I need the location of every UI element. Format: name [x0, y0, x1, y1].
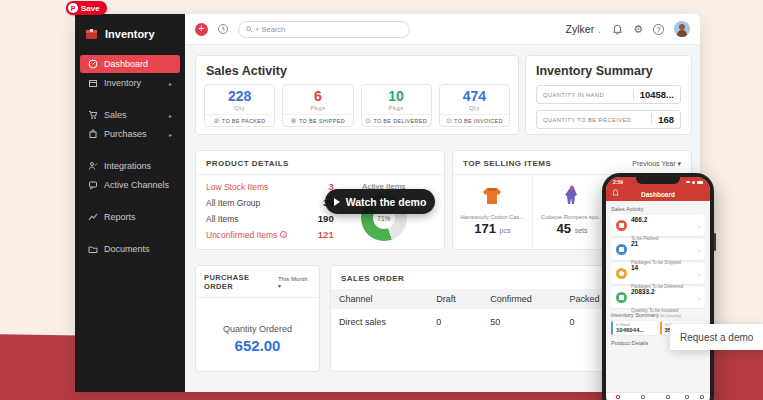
- org-selector[interactable]: Zylker ⌄: [566, 23, 603, 35]
- sidebar-item-integrations[interactable]: Integrations: [80, 157, 180, 175]
- quantity-in-hand-row[interactable]: QUANTITY IN HAND 10458...: [536, 85, 681, 104]
- sales-orders-tab-icon: [641, 395, 645, 399]
- inventory-summary-title: Inventory Summary: [536, 64, 681, 78]
- metric-label: TO BE INVOICED: [454, 118, 503, 124]
- summary-unit: (In Quantity): [660, 314, 681, 318]
- sidebar-item-reports[interactable]: Reports: [80, 208, 180, 226]
- more-tab-icon: [700, 395, 704, 399]
- phone-tab-items[interactable]: Items: [683, 395, 691, 400]
- search-placeholder: Search: [262, 25, 286, 34]
- phone-tab-packages[interactable]: Packages: [661, 395, 675, 400]
- unconfirmed-items-row[interactable]: Unconfirmed Items i 121: [206, 229, 334, 240]
- item-unit: sets: [575, 227, 588, 234]
- sidebar-item-active-channels[interactable]: Active Channels: [80, 176, 180, 194]
- sweater-image: [479, 183, 505, 209]
- card-value: 466.2: [631, 216, 647, 223]
- help-icon[interactable]: ?: [653, 24, 664, 35]
- to-be-shipped-card[interactable]: 6 Pkgs ⊗TO BE SHIPPED: [282, 84, 353, 127]
- watch-demo-button[interactable]: Watch the demo: [325, 189, 435, 214]
- search-scope-caret-icon[interactable]: ▾: [256, 26, 259, 32]
- user-avatar[interactable]: [674, 21, 690, 37]
- item-qty: 45: [557, 221, 571, 236]
- metric-value: 228: [205, 88, 274, 104]
- item-unit: pcs: [500, 227, 511, 234]
- sidebar-item-sales[interactable]: Sales ▸: [80, 106, 180, 124]
- purchase-order-panel: PURCHASE ORDER This Month ▾ Quantity Ord…: [195, 265, 320, 372]
- phone-card-to-be-invoiced[interactable]: 20833.2 Quantity To be Invoiced ›: [611, 287, 705, 308]
- quantity-to-be-received-row[interactable]: QUANTITY TO BE RECEIVED 168: [536, 110, 681, 129]
- phone-in-hand-card[interactable]: In Hand 1046044...: [611, 321, 657, 335]
- app-title: Inventory: [105, 28, 155, 40]
- phone-body: Sales Activity 466.2 To be Packed › 21 P…: [606, 201, 710, 392]
- chevron-down-icon: ⌄: [597, 28, 602, 34]
- shipped-status-icon: ⊗: [291, 117, 297, 124]
- sidebar-item-purchases[interactable]: Purchases ▸: [80, 125, 180, 143]
- recent-history-icon[interactable]: [217, 23, 229, 35]
- phone-notch: [636, 177, 680, 184]
- row-value: 190: [318, 213, 334, 224]
- sidebar-item-label: Sales: [104, 110, 127, 120]
- search-input[interactable]: ▾ Search: [238, 21, 410, 38]
- phone-tab-dashboard[interactable]: Dashboard: [610, 395, 626, 400]
- row-label: QUANTITY IN HAND: [537, 92, 633, 98]
- row-label: All Item Group: [206, 198, 260, 208]
- row-label: Unconfirmed Items: [206, 230, 277, 240]
- bag-icon: [88, 129, 98, 139]
- sidebar-item-inventory[interactable]: Inventory ▸: [80, 74, 180, 92]
- to-be-invoiced-card[interactable]: 474 Qty ⊙TO BE INVOICED: [439, 84, 510, 127]
- submenu-arrow-icon: ▸: [169, 80, 172, 87]
- item-name: Cutiepie Rompers-spo...: [533, 214, 612, 220]
- chevron-right-icon: ›: [698, 223, 700, 229]
- low-stock-items-row[interactable]: Low Stock Items 3: [206, 181, 334, 192]
- settings-gear-icon[interactable]: ⚙: [633, 24, 643, 35]
- phone-tab-sales-orders[interactable]: Sales Orders: [634, 395, 653, 400]
- phone-bell-icon[interactable]: [612, 189, 619, 197]
- period-dropdown[interactable]: Previous Year ▾: [632, 160, 681, 168]
- search-icon: [246, 26, 253, 33]
- phone-time: 2:59: [613, 179, 623, 185]
- quick-create-button[interactable]: +: [195, 23, 208, 36]
- row-value: 168: [651, 114, 680, 125]
- row-label: All Items: [206, 214, 239, 224]
- metric-unit: Pkgs: [362, 105, 431, 111]
- metric-value: 10: [362, 88, 431, 104]
- top-selling-item[interactable]: Hanswooly Cotton Cas... 171 pcs: [453, 175, 533, 246]
- period-value: This Month: [278, 276, 308, 282]
- pinterest-icon: P: [68, 3, 78, 13]
- sidebar-item-dashboard[interactable]: Dashboard: [80, 55, 180, 73]
- app-logo-row[interactable]: Inventory: [75, 22, 185, 54]
- sidebar-item-label: Reports: [104, 212, 136, 222]
- org-name: Zylker: [566, 23, 595, 35]
- to-be-delivered-card[interactable]: 10 Pkgs ⊙TO BE DELIVERED: [361, 84, 432, 127]
- chevron-right-icon: ›: [698, 247, 700, 253]
- packed-status-icon: ⊘: [214, 117, 220, 124]
- top-selling-item[interactable]: Cutiepie Rompers-spo... 45 sets: [533, 175, 613, 246]
- inventory-summary-panel: Inventory Summary QUANTITY IN HAND 10458…: [525, 55, 692, 135]
- reports-icon: [88, 212, 98, 222]
- save-badge[interactable]: P Save: [66, 1, 107, 15]
- request-demo-button[interactable]: Request a demo: [670, 324, 763, 350]
- column-header: Draft: [428, 289, 482, 309]
- all-item-group-row[interactable]: All Item Group 39: [206, 197, 334, 208]
- cell-channel: Direct sales: [331, 309, 428, 335]
- request-demo-label: Request a demo: [680, 332, 753, 343]
- period-dropdown[interactable]: This Month ▾: [278, 276, 311, 289]
- metric-value: 6: [283, 88, 352, 104]
- sidebar-item-documents[interactable]: Documents: [80, 240, 180, 258]
- phone-nav-bar: Dashboard: [606, 187, 710, 201]
- phone-tab-more[interactable]: More: [699, 395, 706, 400]
- topbar: + ▾ Search Zylker ⌄: [185, 14, 700, 45]
- inventory-logo-icon: [85, 28, 99, 40]
- chevron-down-icon: ▾: [278, 283, 281, 289]
- metric-label: TO BE SHIPPED: [299, 118, 345, 124]
- all-items-row[interactable]: All Items 190: [206, 213, 334, 224]
- summary-title: Inventory Summary: [611, 312, 659, 318]
- sidebar: Inventory Dashboard Inventory ▸: [75, 14, 185, 392]
- quantity-ordered-value: 652.00: [196, 337, 319, 354]
- info-icon[interactable]: i: [280, 231, 287, 238]
- item-qty: 171: [474, 221, 496, 236]
- notifications-bell-icon[interactable]: [612, 24, 623, 35]
- card-value: 20833.2: [631, 288, 655, 295]
- metric-label: TO BE DELIVERED: [373, 118, 427, 124]
- to-be-packed-card[interactable]: 228 Qty ⊘TO BE PACKED: [204, 84, 275, 127]
